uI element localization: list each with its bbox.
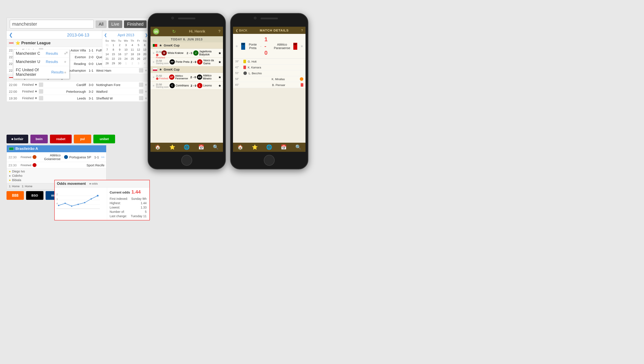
odds-link[interactable]: >> xyxy=(101,156,104,159)
calendar-day[interactable]: 15 xyxy=(110,52,116,56)
calendar-day other-month[interactable]: 2 xyxy=(129,61,136,66)
results-link[interactable]: Results xyxy=(51,70,64,74)
star-icon[interactable]: ★ xyxy=(159,68,162,71)
table-row[interactable]: 22:00 Finished ▼ Cardiff 3-0 Nottingham … xyxy=(7,82,150,88)
calendar-day[interactable]: 17 xyxy=(123,52,129,56)
star-icon[interactable]: ★ xyxy=(64,70,67,74)
star-icon[interactable]: ★ xyxy=(64,60,67,64)
phone-1-home-btn[interactable] xyxy=(181,155,192,166)
calendar-day[interactable]: 3 xyxy=(123,43,129,47)
next-month-arrow[interactable]: ❯ xyxy=(145,33,148,37)
bwin-logo[interactable]: bwin xyxy=(30,135,48,143)
list-item[interactable]: ★ 21:50 Starting soon PP Ponte Preta 2 -… xyxy=(150,58,223,66)
calendar-day[interactable]: 10 xyxy=(123,47,129,52)
results-link[interactable]: Results xyxy=(46,52,58,56)
autocomplete-item-manchester-u[interactable]: Manchester U Results ★ xyxy=(13,58,69,66)
home-nav-icon[interactable]: 🏠 xyxy=(237,144,243,150)
unibet-logo[interactable]: unibet xyxy=(93,135,115,143)
globe-nav-icon[interactable]: 🌐 xyxy=(184,144,190,150)
finished-button[interactable]: Finished xyxy=(124,20,146,28)
favorite-star[interactable]: ★ xyxy=(144,83,148,86)
calendar-nav-icon[interactable]: 📅 xyxy=(198,144,204,150)
calendar-day[interactable]: 27 xyxy=(142,56,148,61)
phone-2-home-btn[interactable] xyxy=(264,155,275,166)
calendar-day[interactable]: 29 xyxy=(110,61,116,66)
calendar-day[interactable]: 20 xyxy=(142,52,148,56)
calendar-day[interactable]: 14 xyxy=(104,52,110,56)
calendar-day[interactable]: 11 xyxy=(129,47,136,52)
favorites-nav-icon[interactable]: ⭐ xyxy=(169,144,175,150)
favorite-star-left[interactable]: ★ xyxy=(235,44,238,48)
autocomplete-item-manchester-c[interactable]: Manchester C Results ★ xyxy=(13,50,69,58)
calendar-day[interactable]: 6 xyxy=(142,43,148,47)
search-input[interactable] xyxy=(10,20,94,28)
favorite-star-right[interactable]: ★ xyxy=(218,60,221,64)
calendar-day[interactable]: 31 xyxy=(104,43,110,47)
calendar-day[interactable]: 1 xyxy=(110,43,116,47)
prev-month-arrow[interactable]: ❮ xyxy=(104,33,107,37)
calendar-day[interactable]: 28 xyxy=(104,61,110,66)
search-nav-icon[interactable]: 🔍 xyxy=(213,144,219,150)
autocomplete-close-icon[interactable]: × xyxy=(66,50,68,55)
calendar-day[interactable]: 7 xyxy=(104,47,110,52)
calendar-day[interactable]: 19 xyxy=(136,52,142,56)
betfair-logo[interactable]: ■ betfair xyxy=(6,135,28,143)
prev-date-arrow[interactable]: ❮ xyxy=(9,32,13,38)
refresh-icon[interactable]: ↻ xyxy=(172,29,176,34)
favorites-nav-icon[interactable]: ⭐ xyxy=(252,144,258,150)
table-row[interactable]: 23:30 Finished Sport Recife xyxy=(7,162,106,168)
calendar-day other-month[interactable]: 3 xyxy=(136,61,142,66)
table-row[interactable]: 22:30 Finished Atlético Goianiense - Por… xyxy=(7,152,106,162)
bso-logo[interactable]: BSO xyxy=(26,191,44,200)
table-row[interactable]: 22:00 Finished ▼ Peterborough 3-2 Watfor… xyxy=(7,88,150,95)
calendar-day[interactable]: 4 xyxy=(129,43,136,47)
calendar-day[interactable]: 24 xyxy=(123,56,129,61)
calendar-day[interactable]: 26 xyxy=(136,56,142,61)
calendar-day other-month[interactable]: 4 xyxy=(142,61,148,66)
favorite-star-right[interactable]: ★ xyxy=(300,44,303,48)
calendar-day today[interactable]: 13 xyxy=(142,47,148,52)
favorite-star-right[interactable]: ★ xyxy=(218,84,221,88)
calendar-day[interactable]: 23 xyxy=(116,56,123,61)
calendar-day[interactable]: 30 xyxy=(116,61,123,66)
help-icon[interactable]: ? xyxy=(301,28,303,32)
pul-logo[interactable]: pul xyxy=(74,135,91,143)
favorite-star[interactable]: ★ xyxy=(152,51,155,55)
table-row[interactable]: 19:30 Finished ▼ Leeds 3-1 Sheffield W ★ xyxy=(7,95,150,102)
favorite-star[interactable]: ★ xyxy=(152,75,155,79)
calendar-day[interactable]: 18 xyxy=(129,52,136,56)
calendar-day[interactable]: 21 xyxy=(104,56,110,61)
calendar-day[interactable]: 12 xyxy=(136,47,142,52)
calendar-day other-month[interactable]: 1 xyxy=(123,61,129,66)
calendar-day[interactable]: 9 xyxy=(116,47,123,52)
star-icon[interactable]: ★ xyxy=(159,44,162,47)
search-nav-icon[interactable]: 🔍 xyxy=(295,144,301,150)
reabet-logo[interactable]: reabet xyxy=(50,135,72,143)
help-icon[interactable]: ? xyxy=(218,29,220,34)
list-item[interactable]: ★ 21:50 Starting soon C Corinthians 2 - … xyxy=(150,82,223,90)
calendar-nav-icon[interactable]: 📅 xyxy=(281,144,286,150)
list-item[interactable]: ★ 21:50 ⬤ Finished AP Atlético Paranaens… xyxy=(150,73,223,82)
favorite-star[interactable]: ★ xyxy=(152,60,155,64)
favorite-star-right[interactable]: ★ xyxy=(218,75,221,79)
autocomplete-item-fc-united[interactable]: FC United Of Manchester Results ★ xyxy=(13,66,69,79)
calendar-day[interactable]: 22 xyxy=(110,56,116,61)
888-logo[interactable]: 888 xyxy=(6,191,24,200)
favorite-star[interactable]: ★ xyxy=(144,96,148,100)
all-button[interactable]: All xyxy=(96,20,106,28)
back-button[interactable]: ❮ BACK xyxy=(236,29,247,32)
favorite-star[interactable]: ★ xyxy=(144,90,148,93)
calendar-day[interactable]: 8 xyxy=(110,47,116,52)
favorite-star-right[interactable]: ★ xyxy=(218,51,221,55)
favorite-star[interactable]: ★ xyxy=(152,84,155,87)
live-button[interactable]: Live xyxy=(108,20,122,28)
calendar-day[interactable]: 2 xyxy=(116,43,123,47)
calendar-day[interactable]: 25 xyxy=(129,56,136,61)
list-item[interactable]: ★ 21:50 ⬤ Finished W Wisla Krakow 2 - 0 … xyxy=(150,49,223,58)
calendar-day[interactable]: 16 xyxy=(116,52,123,56)
globe-nav-icon[interactable]: 🌐 xyxy=(266,144,272,150)
results-link[interactable]: Results xyxy=(46,60,58,64)
calendar-day[interactable]: 5 xyxy=(136,43,142,47)
home-nav-icon[interactable]: 🏠 xyxy=(155,144,161,150)
favorite-star[interactable]: ★ xyxy=(144,69,148,72)
